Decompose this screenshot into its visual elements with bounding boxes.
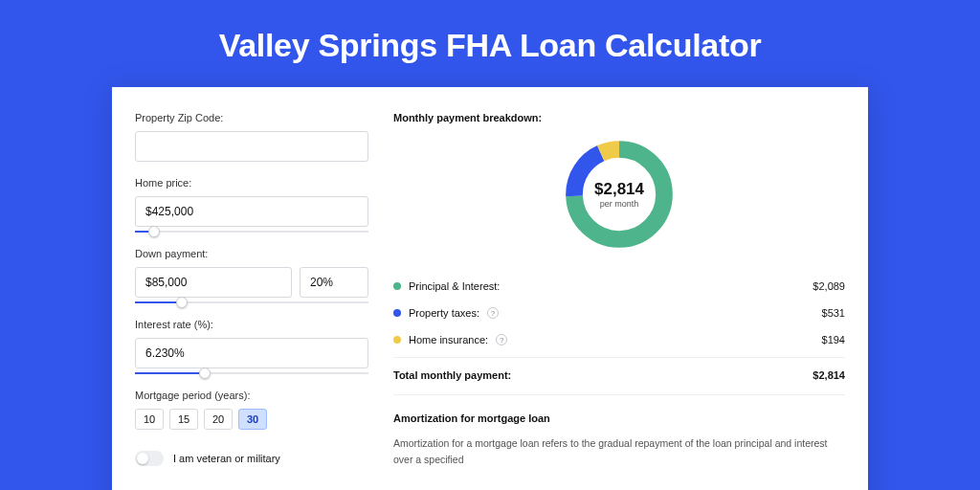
legend-dot-icon (393, 309, 401, 317)
zip-label: Property Zip Code: (135, 112, 368, 123)
page-title: Valley Springs FHA Loan Calculator (0, 0, 980, 87)
interest-slider-fill (135, 372, 205, 374)
zip-input[interactable] (135, 131, 368, 162)
total-row: Total monthly payment: $2,814 (393, 357, 845, 394)
breakdown-title: Monthly payment breakdown: (393, 112, 845, 123)
down-payment-slider-fill (135, 301, 182, 303)
donut-center: $2,814 per month (560, 135, 679, 254)
veteran-toggle[interactable] (135, 451, 164, 466)
down-payment-field: Down payment: (135, 248, 368, 303)
payment-donut-chart: $2,814 per month (560, 135, 679, 254)
total-label: Total monthly payment: (393, 369, 511, 381)
help-icon[interactable]: ? (496, 334, 507, 345)
period-option-30[interactable]: 30 (238, 409, 267, 430)
legend-row: Principal & Interest:$2,089 (393, 273, 845, 300)
home-price-field: Home price: (135, 177, 368, 233)
legend-label: Property taxes: (409, 307, 479, 319)
legend-value: $531 (822, 307, 845, 319)
down-payment-slider-thumb[interactable] (176, 297, 188, 308)
period-option-20[interactable]: 20 (204, 409, 233, 430)
veteran-row: I am veteran or military (135, 451, 368, 466)
home-price-slider[interactable] (135, 231, 368, 233)
donut-wrap: $2,814 per month (393, 135, 845, 254)
calculator-card: Property Zip Code: Home price: Down paym… (112, 87, 868, 490)
veteran-label: I am veteran or military (173, 453, 280, 464)
down-payment-label: Down payment: (135, 248, 368, 259)
down-payment-input[interactable] (135, 267, 292, 298)
legend-dot-icon (393, 336, 401, 344)
period-field: Mortgage period (years): 10152030 (135, 390, 368, 430)
amortization-block: Amortization for mortgage loan Amortizat… (393, 394, 845, 468)
legend-row: Home insurance:?$194 (393, 326, 845, 353)
zip-field: Property Zip Code: (135, 112, 368, 162)
help-icon[interactable]: ? (487, 307, 499, 319)
period-option-10[interactable]: 10 (135, 409, 164, 430)
total-value: $2,814 (813, 369, 845, 381)
donut-sub: per month (600, 199, 639, 209)
amortization-text: Amortization for a mortgage loan refers … (393, 435, 845, 468)
down-payment-pct-input[interactable] (300, 267, 368, 298)
legend-left: Principal & Interest: (393, 280, 500, 292)
legend-label: Principal & Interest: (409, 280, 500, 292)
period-options: 10152030 (135, 409, 368, 430)
interest-slider-thumb[interactable] (199, 368, 211, 379)
legend-value: $194 (822, 334, 845, 345)
breakdown-legend: Principal & Interest:$2,089Property taxe… (393, 273, 845, 353)
legend-label: Home insurance: (409, 334, 488, 345)
period-label: Mortgage period (years): (135, 390, 368, 401)
legend-dot-icon (393, 282, 401, 290)
legend-left: Property taxes:? (393, 307, 499, 319)
home-price-input[interactable] (135, 196, 368, 227)
form-column: Property Zip Code: Home price: Down paym… (135, 112, 368, 490)
interest-label: Interest rate (%): (135, 319, 368, 330)
amortization-title: Amortization for mortgage loan (393, 412, 845, 424)
legend-value: $2,089 (813, 280, 845, 292)
donut-amount: $2,814 (594, 180, 644, 199)
home-price-slider-thumb[interactable] (148, 226, 160, 237)
home-price-label: Home price: (135, 177, 368, 189)
legend-row: Property taxes:?$531 (393, 300, 845, 326)
interest-input[interactable] (135, 338, 368, 368)
legend-left: Home insurance:? (393, 334, 507, 345)
interest-field: Interest rate (%): (135, 319, 368, 374)
down-payment-slider[interactable] (135, 301, 368, 303)
breakdown-column: Monthly payment breakdown: $2,814 per mo… (393, 112, 845, 490)
period-option-15[interactable]: 15 (169, 409, 198, 430)
interest-slider[interactable] (135, 372, 368, 374)
